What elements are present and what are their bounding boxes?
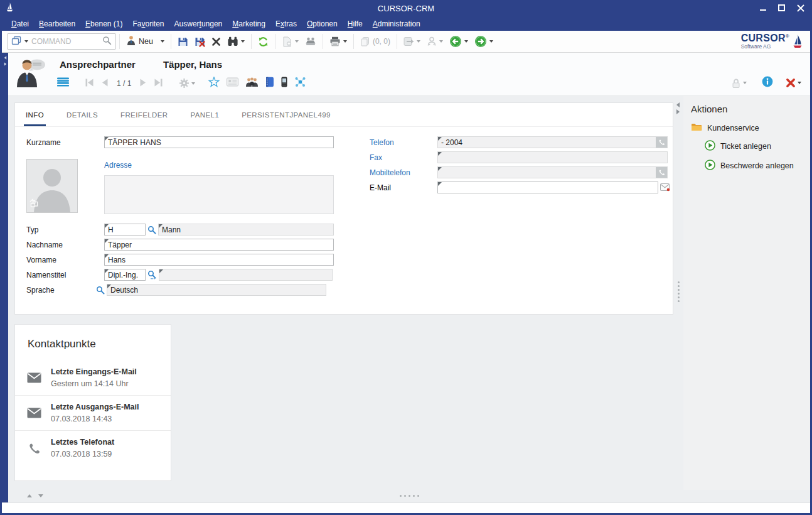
photo-edit-icon[interactable] bbox=[29, 198, 39, 210]
export-button bbox=[400, 35, 424, 48]
splitter-collapse-left-icon[interactable] bbox=[676, 102, 680, 107]
actions-splitter[interactable] bbox=[675, 96, 683, 490]
adresse-link[interactable]: Adresse bbox=[104, 161, 132, 170]
left-strip-expand-icon[interactable] bbox=[4, 62, 6, 66]
print-button[interactable] bbox=[326, 35, 350, 48]
back-button[interactable] bbox=[446, 33, 471, 50]
vorname-input[interactable]: Hans bbox=[104, 254, 334, 266]
mobile-phone-icon[interactable] bbox=[281, 77, 287, 90]
relations-network-icon[interactable] bbox=[294, 77, 306, 90]
menu-list-icon[interactable] bbox=[57, 77, 69, 89]
actions-panel-title: Aktionen bbox=[691, 104, 810, 114]
new-record-caret[interactable] bbox=[161, 40, 164, 43]
action-ticket-anlegen[interactable]: Ticket anlegen bbox=[705, 140, 810, 153]
menu-optionen[interactable]: Optionen bbox=[302, 18, 343, 30]
play-icon bbox=[705, 160, 715, 172]
sprache-lookup-icon[interactable] bbox=[96, 286, 105, 295]
sprache-label: Sprache bbox=[26, 286, 94, 295]
forward-button[interactable] bbox=[471, 33, 496, 50]
info-button[interactable] bbox=[762, 76, 773, 90]
address-book-icon[interactable] bbox=[265, 77, 274, 90]
menu-ebenen[interactable]: Ebenen (1) bbox=[80, 18, 127, 30]
kurzname-input[interactable]: TÄPPER HANS bbox=[104, 136, 334, 148]
fax-field bbox=[437, 151, 668, 163]
save-delete-button[interactable] bbox=[191, 35, 208, 49]
interface-button[interactable] bbox=[302, 35, 319, 48]
phone-icon bbox=[26, 442, 41, 454]
forward-caret[interactable] bbox=[489, 40, 493, 43]
menu-favoriten[interactable]: Favoriten bbox=[127, 18, 169, 30]
tab-persistentjpanel499[interactable]: PERSISTENTJPANEL499 bbox=[240, 111, 333, 126]
typ-lookup-icon[interactable] bbox=[147, 225, 156, 234]
menu-bearbeiten[interactable]: Bearbeiten bbox=[34, 18, 80, 30]
contacts-group-icon[interactable] bbox=[245, 77, 259, 90]
mobiltelefon-label[interactable]: Mobiltelefon bbox=[370, 168, 437, 177]
splitter-expand-right-icon[interactable] bbox=[676, 109, 680, 114]
favorite-star-icon[interactable] bbox=[208, 77, 220, 90]
mail-icon bbox=[26, 372, 41, 383]
minimize-button[interactable] bbox=[759, 4, 767, 12]
new-record-button[interactable]: Neu bbox=[123, 33, 168, 50]
back-caret[interactable] bbox=[464, 40, 468, 43]
new-document-caret bbox=[295, 40, 299, 43]
delete-button[interactable] bbox=[208, 35, 224, 48]
typ-code-input[interactable]: H bbox=[104, 224, 146, 236]
telefon-label[interactable]: Telefon bbox=[370, 138, 437, 147]
menu-administration[interactable]: Administration bbox=[368, 18, 425, 30]
left-strip-collapse-icon[interactable] bbox=[4, 56, 6, 60]
app-frame: Neu bbox=[2, 31, 810, 513]
command-search-icon[interactable] bbox=[102, 36, 112, 48]
new-document-button bbox=[279, 35, 302, 49]
splitter-drag-handle[interactable] bbox=[678, 281, 680, 302]
window-stack-icon[interactable] bbox=[11, 36, 21, 48]
record-header: Ansprechpartner Täpper, Hans bbox=[8, 53, 810, 96]
tab-panel1[interactable]: PANEL1 bbox=[189, 111, 222, 126]
mobiltelefon-dial-button[interactable] bbox=[656, 167, 667, 178]
menu-auswertungen[interactable]: Auswertungen bbox=[169, 18, 228, 30]
nav-next-icon bbox=[139, 78, 147, 89]
tab-details[interactable]: DETAILS bbox=[65, 111, 100, 126]
email-input[interactable] bbox=[437, 182, 658, 193]
menu-hilfe[interactable]: Hilfe bbox=[343, 18, 368, 30]
search-button[interactable] bbox=[224, 35, 248, 48]
actions-folder-kundenservice[interactable]: Kundenservice bbox=[691, 122, 810, 133]
window-title: CURSOR-CRM bbox=[0, 4, 812, 13]
command-input[interactable] bbox=[31, 37, 99, 46]
tab-info[interactable]: INFO bbox=[24, 111, 46, 126]
contact-photo[interactable] bbox=[26, 159, 78, 213]
close-button[interactable] bbox=[796, 4, 804, 12]
kontaktpunkt-eingangs-email[interactable]: Letzte Eingangs-E-Mail Gestern um 14:14 … bbox=[15, 360, 171, 395]
save-delete-icon bbox=[195, 36, 205, 47]
menu-marketing[interactable]: Marketing bbox=[227, 18, 270, 30]
action-beschwerde-anlegen[interactable]: Beschwerde anlegen bbox=[705, 160, 810, 172]
email-send-button[interactable] bbox=[660, 183, 670, 192]
adresse-textarea[interactable] bbox=[104, 175, 334, 214]
kontaktpunkt-ausgangs-email[interactable]: Letzte Ausgangs-E-Mail 07.03.2018 14:43 bbox=[15, 395, 171, 430]
printer-icon bbox=[329, 36, 341, 46]
bottom-splitter-drag-handle[interactable] bbox=[8, 495, 810, 497]
close-record-caret[interactable] bbox=[798, 82, 801, 84]
menu-bar: Datei Bearbeiten Ebenen (1) Favoriten Au… bbox=[0, 16, 812, 31]
maximize-button[interactable] bbox=[777, 4, 786, 12]
gear-icon bbox=[179, 78, 190, 89]
nachname-input[interactable]: Täpper bbox=[104, 239, 334, 251]
new-person-icon bbox=[126, 35, 136, 48]
telefon-dial-button[interactable] bbox=[656, 137, 667, 148]
save-button[interactable] bbox=[174, 35, 191, 49]
forward-icon bbox=[474, 35, 487, 48]
search-caret[interactable] bbox=[241, 40, 245, 43]
fax-label[interactable]: Fax bbox=[370, 153, 437, 162]
command-box[interactable] bbox=[7, 33, 116, 50]
left-collapsed-panel[interactable] bbox=[2, 53, 8, 502]
namenstitel-code-input[interactable]: Dipl.-Ing. bbox=[104, 269, 146, 281]
menu-datei[interactable]: Datei bbox=[6, 18, 34, 30]
menu-extras[interactable]: Extras bbox=[270, 18, 302, 30]
close-record-button[interactable] bbox=[786, 78, 801, 88]
kontaktpunkt-telefonat[interactable]: Letztes Telefonat 07.03.2018 13:59 bbox=[15, 430, 171, 465]
command-dropdown-caret[interactable] bbox=[24, 40, 28, 43]
refresh-button[interactable] bbox=[255, 35, 272, 49]
print-caret[interactable] bbox=[343, 40, 347, 43]
tab-freifelder[interactable]: FREIFELDER bbox=[119, 111, 170, 126]
namenstitel-lookup-icon[interactable] bbox=[147, 270, 157, 279]
bottom-splitter[interactable] bbox=[8, 490, 810, 502]
